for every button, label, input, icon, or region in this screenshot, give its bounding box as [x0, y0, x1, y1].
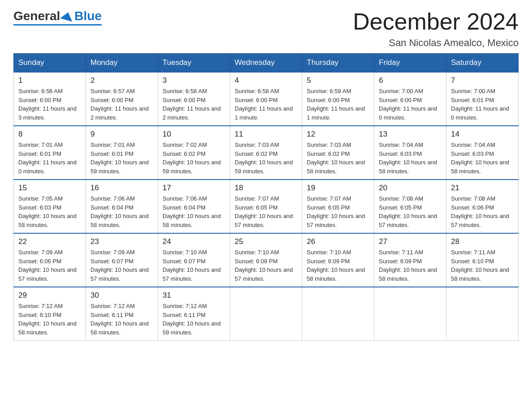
calendar-cell — [374, 287, 446, 341]
calendar-cell: 22 Sunrise: 7:09 AMSunset: 6:06 PMDaylig… — [14, 233, 86, 287]
day-number: 24 — [163, 237, 225, 246]
logo-general-text: General — [13, 9, 60, 23]
day-number: 6 — [379, 76, 442, 85]
day-number: 28 — [451, 237, 514, 246]
day-number: 29 — [18, 291, 81, 300]
day-info: Sunrise: 7:06 AMSunset: 6:04 PMDaylight:… — [163, 194, 225, 229]
day-info: Sunrise: 6:59 AMSunset: 6:00 PMDaylight:… — [307, 87, 369, 122]
calendar-cell: 23 Sunrise: 7:09 AMSunset: 6:07 PMDaylig… — [86, 233, 158, 287]
day-number: 31 — [163, 291, 225, 300]
calendar-cell: 26 Sunrise: 7:10 AMSunset: 6:09 PMDaylig… — [302, 233, 374, 287]
calendar-cell: 2 Sunrise: 6:57 AMSunset: 6:00 PMDayligh… — [86, 72, 158, 126]
day-number: 14 — [451, 130, 514, 139]
day-info: Sunrise: 6:58 AMSunset: 6:00 PMDaylight:… — [235, 87, 297, 122]
calendar-cell: 13 Sunrise: 7:04 AMSunset: 6:03 PMDaylig… — [374, 126, 446, 180]
calendar-cell: 28 Sunrise: 7:11 AMSunset: 6:10 PMDaylig… — [446, 233, 519, 287]
day-info: Sunrise: 7:03 AMSunset: 6:02 PMDaylight:… — [307, 141, 369, 176]
day-info: Sunrise: 7:00 AMSunset: 6:01 PMDaylight:… — [451, 87, 514, 122]
calendar-cell: 30 Sunrise: 7:12 AMSunset: 6:11 PMDaylig… — [86, 287, 158, 341]
calendar-cell: 25 Sunrise: 7:10 AMSunset: 6:08 PMDaylig… — [230, 233, 302, 287]
page-header: General Blue December 2024 San Nicolas A… — [13, 9, 519, 49]
day-number: 9 — [90, 130, 153, 139]
calendar-cell: 1 Sunrise: 6:56 AMSunset: 6:00 PMDayligh… — [14, 72, 86, 126]
day-info: Sunrise: 7:05 AMSunset: 6:03 PMDaylight:… — [18, 194, 81, 229]
day-number: 10 — [163, 130, 225, 139]
logo-blue-text: Blue — [74, 9, 102, 23]
calendar-week-row: 1 Sunrise: 6:56 AMSunset: 6:00 PMDayligh… — [14, 72, 519, 126]
calendar-cell: 24 Sunrise: 7:10 AMSunset: 6:07 PMDaylig… — [158, 233, 230, 287]
day-info: Sunrise: 7:01 AMSunset: 6:01 PMDaylight:… — [90, 141, 153, 176]
logo-underline — [13, 24, 102, 26]
calendar-cell: 18 Sunrise: 7:07 AMSunset: 6:05 PMDaylig… — [230, 180, 302, 233]
day-info: Sunrise: 7:10 AMSunset: 6:08 PMDaylight:… — [235, 248, 297, 283]
calendar-header-wednesday: Wednesday — [230, 54, 302, 73]
day-info: Sunrise: 7:11 AMSunset: 6:10 PMDaylight:… — [451, 248, 514, 283]
day-info: Sunrise: 7:03 AMSunset: 6:02 PMDaylight:… — [235, 141, 297, 176]
calendar-cell: 8 Sunrise: 7:01 AMSunset: 6:01 PMDayligh… — [14, 126, 86, 180]
calendar-cell: 12 Sunrise: 7:03 AMSunset: 6:02 PMDaylig… — [302, 126, 374, 180]
calendar-header-saturday: Saturday — [446, 54, 519, 73]
day-info: Sunrise: 7:09 AMSunset: 6:07 PMDaylight:… — [90, 248, 153, 283]
calendar-cell: 10 Sunrise: 7:02 AMSunset: 6:02 PMDaylig… — [158, 126, 230, 180]
day-number: 27 — [379, 237, 442, 246]
day-info: Sunrise: 7:10 AMSunset: 6:09 PMDaylight:… — [307, 248, 369, 283]
day-info: Sunrise: 7:02 AMSunset: 6:02 PMDaylight:… — [163, 141, 225, 176]
calendar-cell: 29 Sunrise: 7:12 AMSunset: 6:10 PMDaylig… — [14, 287, 86, 341]
calendar-header-monday: Monday — [86, 54, 158, 73]
day-info: Sunrise: 7:12 AMSunset: 6:10 PMDaylight:… — [18, 302, 81, 337]
calendar-cell: 5 Sunrise: 6:59 AMSunset: 6:00 PMDayligh… — [302, 72, 374, 126]
calendar-cell — [302, 287, 374, 341]
day-number: 23 — [90, 237, 153, 246]
calendar-header-thursday: Thursday — [302, 54, 374, 73]
calendar-cell: 16 Sunrise: 7:06 AMSunset: 6:04 PMDaylig… — [86, 180, 158, 233]
calendar-cell — [446, 287, 519, 341]
day-number: 21 — [451, 184, 514, 193]
day-number: 17 — [163, 184, 225, 193]
calendar-cell — [230, 287, 302, 341]
calendar-cell: 14 Sunrise: 7:04 AMSunset: 6:03 PMDaylig… — [446, 126, 519, 180]
day-info: Sunrise: 7:08 AMSunset: 6:05 PMDaylight:… — [379, 194, 442, 229]
calendar-cell: 7 Sunrise: 7:00 AMSunset: 6:01 PMDayligh… — [446, 72, 519, 126]
calendar-header-row: SundayMondayTuesdayWednesdayThursdayFrid… — [14, 54, 519, 73]
day-number: 7 — [451, 76, 514, 85]
day-info: Sunrise: 7:01 AMSunset: 6:01 PMDaylight:… — [18, 141, 81, 176]
calendar-cell: 3 Sunrise: 6:58 AMSunset: 6:00 PMDayligh… — [158, 72, 230, 126]
day-info: Sunrise: 7:12 AMSunset: 6:11 PMDaylight:… — [90, 302, 153, 337]
title-block: December 2024 San Nicolas Amealco, Mexic… — [353, 9, 519, 49]
day-info: Sunrise: 7:07 AMSunset: 6:05 PMDaylight:… — [307, 194, 369, 229]
calendar-cell: 27 Sunrise: 7:11 AMSunset: 6:09 PMDaylig… — [374, 233, 446, 287]
day-info: Sunrise: 7:04 AMSunset: 6:03 PMDaylight:… — [379, 141, 442, 176]
day-number: 26 — [307, 237, 369, 246]
calendar-cell: 17 Sunrise: 7:06 AMSunset: 6:04 PMDaylig… — [158, 180, 230, 233]
day-info: Sunrise: 7:11 AMSunset: 6:09 PMDaylight:… — [379, 248, 442, 283]
calendar-cell: 6 Sunrise: 7:00 AMSunset: 6:00 PMDayligh… — [374, 72, 446, 126]
day-info: Sunrise: 6:58 AMSunset: 6:00 PMDaylight:… — [163, 87, 225, 122]
day-number: 22 — [18, 237, 81, 246]
day-number: 3 — [163, 76, 225, 85]
month-title: December 2024 — [353, 9, 519, 34]
day-number: 2 — [90, 76, 153, 85]
day-number: 8 — [18, 130, 81, 139]
calendar-cell: 9 Sunrise: 7:01 AMSunset: 6:01 PMDayligh… — [86, 126, 158, 180]
day-number: 18 — [235, 184, 297, 193]
day-info: Sunrise: 7:06 AMSunset: 6:04 PMDaylight:… — [90, 194, 153, 229]
day-number: 13 — [379, 130, 442, 139]
day-number: 15 — [18, 184, 81, 193]
calendar-table: SundayMondayTuesdayWednesdayThursdayFrid… — [13, 53, 519, 341]
calendar-cell: 19 Sunrise: 7:07 AMSunset: 6:05 PMDaylig… — [302, 180, 374, 233]
calendar-cell: 4 Sunrise: 6:58 AMSunset: 6:00 PMDayligh… — [230, 72, 302, 126]
day-number: 25 — [235, 237, 297, 246]
logo: General Blue — [13, 9, 102, 26]
calendar-cell: 20 Sunrise: 7:08 AMSunset: 6:05 PMDaylig… — [374, 180, 446, 233]
day-info: Sunrise: 7:00 AMSunset: 6:00 PMDaylight:… — [379, 87, 442, 122]
day-info: Sunrise: 6:56 AMSunset: 6:00 PMDaylight:… — [18, 87, 81, 122]
calendar-cell: 11 Sunrise: 7:03 AMSunset: 6:02 PMDaylig… — [230, 126, 302, 180]
day-number: 11 — [235, 130, 297, 139]
calendar-header-friday: Friday — [374, 54, 446, 73]
day-number: 1 — [18, 76, 81, 85]
calendar-cell: 15 Sunrise: 7:05 AMSunset: 6:03 PMDaylig… — [14, 180, 86, 233]
day-info: Sunrise: 7:04 AMSunset: 6:03 PMDaylight:… — [451, 141, 514, 176]
day-info: Sunrise: 7:12 AMSunset: 6:11 PMDaylight:… — [163, 302, 225, 337]
day-number: 30 — [90, 291, 153, 300]
calendar-header-sunday: Sunday — [14, 54, 86, 73]
